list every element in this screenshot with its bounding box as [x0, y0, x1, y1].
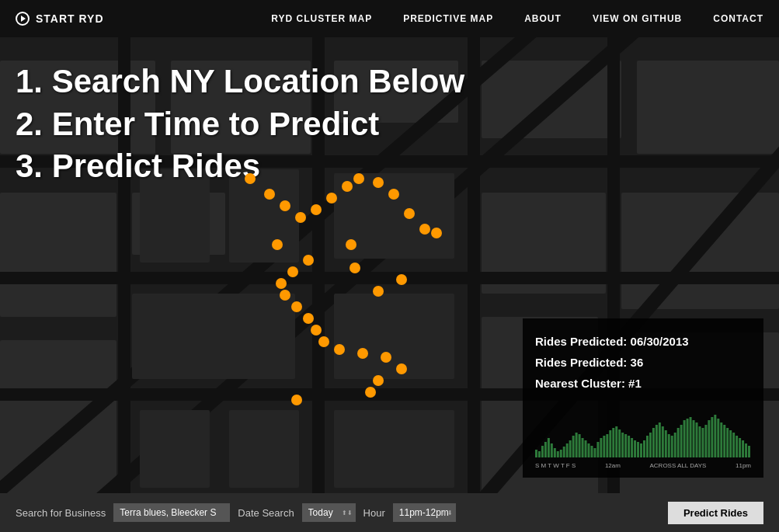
map-dot: [334, 344, 345, 355]
map-dot: [373, 286, 384, 297]
map-dot: [350, 263, 360, 273]
hour-label: Hour: [363, 507, 385, 519]
info-text: Rides Predicted: 06/30/2013 Rides Predic…: [535, 331, 751, 394]
svg-rect-86: [704, 425, 707, 457]
nav-github[interactable]: VIEW ON GITHUB: [593, 13, 682, 24]
rides-date: Rides Predicted: 06/30/2013: [535, 331, 751, 352]
svg-rect-66: [643, 440, 645, 457]
step1-heading: 1. Search NY Location Below: [16, 61, 464, 103]
chart-container: S M T W T F S 12am ACROSS ALL DAYS 11pm: [535, 403, 751, 465]
map-dot: [326, 193, 337, 203]
map-dot: [303, 313, 314, 324]
svg-rect-50: [593, 448, 596, 457]
search-input[interactable]: [113, 503, 230, 522]
svg-rect-100: [748, 446, 750, 457]
svg-rect-77: [677, 428, 680, 457]
bottom-bar: Search for Business Date Search TodayTom…: [0, 493, 779, 532]
main-nav: RYD CLUSTER MAP PREDICTIVE MAP ABOUT VIE…: [271, 13, 763, 24]
map-dot: [272, 239, 283, 250]
brand[interactable]: START RYD: [16, 12, 104, 26]
svg-rect-53: [603, 436, 605, 457]
svg-rect-6: [0, 193, 117, 317]
svg-rect-94: [729, 430, 732, 457]
chart-labels: S M T W T F S 12am ACROSS ALL DAYS 11pm: [535, 462, 751, 469]
map-dot: [287, 266, 298, 277]
svg-rect-64: [637, 442, 639, 457]
map-dot: [346, 239, 356, 250]
svg-rect-44: [576, 433, 578, 457]
days-label: S M T W T F S: [535, 462, 576, 469]
map-dot: [431, 228, 442, 238]
svg-rect-58: [618, 429, 621, 457]
svg-rect-30: [334, 410, 454, 488]
svg-rect-88: [711, 417, 713, 457]
nav-cluster-map[interactable]: RYD CLUSTER MAP: [271, 13, 372, 24]
svg-rect-97: [739, 438, 741, 457]
svg-rect-38: [557, 451, 559, 457]
brand-label: START RYD: [36, 12, 104, 25]
map-dot: [342, 181, 353, 192]
svg-rect-93: [726, 428, 729, 457]
svg-rect-43: [572, 436, 575, 457]
svg-rect-83: [696, 422, 698, 457]
svg-rect-92: [723, 425, 725, 457]
svg-rect-81: [690, 417, 692, 457]
svg-rect-35: [548, 438, 550, 457]
svg-rect-29: [229, 410, 299, 488]
nav-about[interactable]: ABOUT: [524, 13, 562, 24]
svg-rect-98: [742, 440, 744, 457]
overlay-text: 1. Search NY Location Below 2. Enter Tim…: [16, 61, 464, 188]
nearest-cluster: Nearest Cluster: #1: [535, 373, 751, 394]
map-dot: [373, 177, 384, 188]
map-dot: [365, 387, 376, 398]
svg-rect-27: [334, 294, 454, 379]
map-area: 1. Search NY Location Below 2. Enter Tim…: [0, 37, 779, 493]
svg-rect-52: [600, 438, 602, 457]
map-dot: [280, 290, 290, 301]
svg-rect-46: [582, 438, 584, 457]
svg-rect-34: [544, 442, 547, 457]
svg-rect-49: [590, 446, 593, 457]
svg-rect-37: [554, 448, 556, 457]
svg-rect-31: [535, 450, 537, 457]
svg-rect-65: [640, 443, 642, 457]
svg-rect-48: [588, 443, 590, 457]
search-label: Search for Business: [16, 507, 106, 519]
svg-rect-61: [628, 436, 630, 457]
svg-rect-47: [585, 440, 587, 457]
predict-button[interactable]: Predict Rides: [668, 502, 763, 524]
nav-contact[interactable]: CONTACT: [713, 13, 763, 24]
svg-rect-36: [551, 443, 553, 457]
svg-rect-56: [612, 428, 614, 457]
map-dot: [303, 255, 314, 266]
svg-rect-67: [646, 436, 649, 457]
svg-rect-78: [680, 425, 683, 457]
date-label: Date Search: [238, 507, 294, 519]
step3-heading: 3. Predict Rides: [16, 145, 464, 188]
svg-rect-70: [656, 425, 658, 457]
map-dot: [291, 301, 302, 312]
map-dot: [388, 189, 399, 200]
svg-rect-99: [745, 443, 747, 457]
svg-rect-68: [649, 433, 652, 457]
svg-rect-69: [652, 428, 655, 457]
svg-rect-42: [569, 440, 572, 457]
svg-rect-73: [665, 430, 667, 457]
date-select-wrapper: TodayTomorrowYesterday: [302, 503, 356, 522]
map-dot: [396, 274, 407, 285]
nav-predictive-map[interactable]: PREDICTIVE MAP: [403, 13, 493, 24]
date-select[interactable]: TodayTomorrowYesterday: [302, 503, 356, 522]
svg-rect-84: [698, 426, 701, 457]
map-dot: [318, 336, 329, 347]
svg-rect-71: [659, 422, 661, 457]
map-dot: [396, 363, 407, 374]
hour-select[interactable]: 11pm-12pm12am-1am1am-2am10pm-11pm: [393, 503, 456, 522]
svg-rect-32: [538, 451, 541, 457]
svg-rect-95: [732, 433, 735, 457]
svg-rect-5: [637, 61, 779, 154]
svg-rect-57: [615, 426, 617, 457]
svg-rect-59: [621, 433, 624, 457]
svg-rect-76: [674, 433, 676, 457]
map-dot: [404, 208, 415, 219]
svg-rect-87: [708, 420, 710, 457]
